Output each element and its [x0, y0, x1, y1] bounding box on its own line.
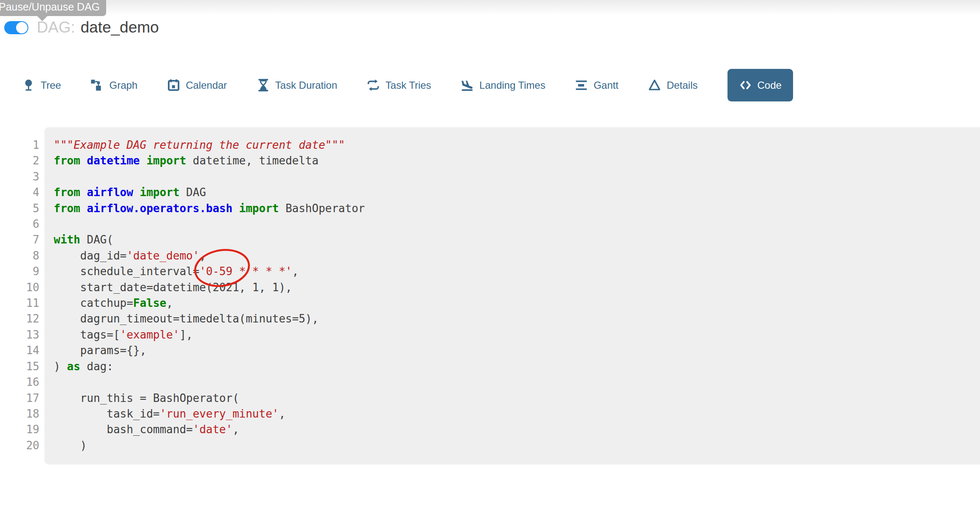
pause-tooltip: Pause/Unpause DAG: [0, 0, 106, 16]
tab-details[interactable]: Details: [648, 79, 697, 92]
code-block: 1 2 3 4 5 6 7 8 9 10 11 12 13 14 15 16 1…: [0, 127, 980, 464]
dag-code-page: Pause/Unpause DAG DAG: date_demo Tree Gr…: [0, 0, 980, 519]
tab-calendar[interactable]: Calendar: [167, 79, 227, 92]
tree-icon: [22, 79, 35, 92]
tab-label: Task Duration: [275, 79, 338, 91]
tooltip-arrow: [37, 16, 47, 21]
dag-code-view: 1 2 3 4 5 6 7 8 9 10 11 12 13 14 15 16 1…: [0, 127, 980, 464]
top-fade-band: [0, 0, 980, 15]
plane-landing-icon: [461, 79, 474, 92]
tab-label: Graph: [109, 79, 137, 91]
code-icon: [739, 79, 752, 92]
repeat-icon: [367, 79, 380, 92]
graph-icon: [91, 79, 104, 92]
pause-tooltip-text: Pause/Unpause DAG: [0, 1, 100, 13]
calendar-icon: [167, 79, 180, 92]
tab-label: Details: [667, 79, 697, 91]
tab-label: Gantt: [593, 79, 618, 91]
tab-label: Tree: [41, 79, 61, 91]
page-title: DAG: date_demo: [37, 19, 159, 36]
tab-label: Calendar: [186, 79, 227, 91]
dag-title-prefix: DAG:: [37, 19, 75, 36]
gantt-icon: [575, 79, 588, 92]
line-numbers: 1 2 3 4 5 6 7 8 9 10 11 12 13 14 15 16 1…: [0, 127, 44, 464]
dag-title-name: date_demo: [80, 19, 159, 36]
tab-task-duration[interactable]: Task Duration: [257, 79, 338, 92]
tab-label: Task Tries: [385, 79, 431, 91]
code-content: """Example DAG returning the current dat…: [44, 127, 980, 464]
toggle-knob: [16, 22, 27, 33]
tab-label: Landing Times: [479, 79, 545, 91]
tab-graph[interactable]: Graph: [91, 79, 137, 92]
dag-view-tabs: Tree Graph Calendar Task Duration Task T…: [22, 69, 793, 101]
tab-tree[interactable]: Tree: [22, 79, 61, 92]
hourglass-icon: [257, 79, 270, 92]
tab-gantt[interactable]: Gantt: [575, 79, 618, 92]
tab-landing-times[interactable]: Landing Times: [461, 79, 545, 92]
pause-toggle[interactable]: [4, 21, 28, 34]
triangle-icon: [648, 79, 661, 92]
tab-task-tries[interactable]: Task Tries: [367, 79, 431, 92]
tab-label: Code: [758, 79, 782, 91]
dag-header: DAG: date_demo: [4, 19, 159, 36]
tab-code[interactable]: Code: [727, 69, 793, 101]
